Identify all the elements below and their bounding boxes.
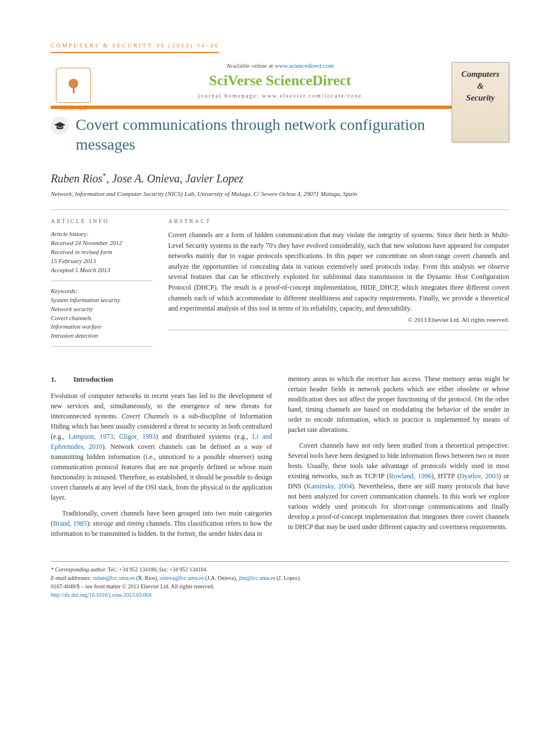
email-link[interactable]: jlm@lcc.uma.es	[239, 575, 275, 581]
abstract-text: Covert channels are a form of hidden com…	[168, 230, 509, 314]
abstract-heading: ABSTRACT	[168, 218, 509, 224]
sciencedirect-link[interactable]: www.sciencedirect.com	[274, 62, 334, 69]
graduation-cap-icon	[51, 117, 69, 135]
authors: Ruben Rios*, Jose A. Onieva, Javier Lope…	[51, 171, 509, 185]
elsevier-logo: ELSEVIER	[51, 68, 96, 119]
divider-orange	[51, 106, 509, 109]
paragraph: Covert channels have not only been studi…	[288, 440, 509, 532]
email-link[interactable]: onieva@lcc.uma.es	[160, 575, 204, 581]
journal-homepage: journal homepage: www.elsevier.com/locat…	[51, 93, 509, 99]
doi-link[interactable]: http://dx.doi.org/10.1016/j.cose.2013.03…	[51, 592, 151, 598]
cover-line-1: Computers	[461, 69, 500, 79]
journal-cover: Computers & Security	[452, 62, 509, 142]
affiliation: Network, Information and Computer Securi…	[51, 190, 509, 198]
copyright: © 2013 Elsevier Ltd. All rights reserved…	[168, 316, 509, 330]
keyword: Intrusion detection	[51, 331, 152, 340]
cover-line-3: Security	[466, 93, 495, 103]
header: ELSEVIER Computers & Security Available …	[51, 62, 509, 99]
citation-link[interactable]: Brand, 1985	[53, 519, 87, 527]
available-online: Available online at www.sciencedirect.co…	[51, 62, 509, 69]
article-history: Article history: Received 24 November 20…	[51, 230, 152, 281]
cover-line-2: &	[477, 81, 484, 91]
issn-line: 0167-4048/$ – see front matter © 2013 El…	[51, 583, 214, 589]
email-link[interactable]: ruben@lcc.uma.es	[93, 575, 135, 581]
journal-reference: COMPUTERS & SECURITY 39 (2013) 34–46	[51, 42, 219, 53]
homepage-url[interactable]: www.elsevier.com/locate/cose	[262, 93, 362, 99]
citation-link[interactable]: Lampson, 1973	[69, 433, 113, 440]
author-2: Jose A. Onieva	[112, 172, 180, 185]
citation-link[interactable]: Kaminsky, 2004	[307, 482, 352, 490]
corresponding-author: * Corresponding author. Tel.: +34 952 13…	[51, 566, 208, 573]
citation-link[interactable]: Rowland, 1996	[389, 472, 431, 480]
section-heading: 1.Introduction	[51, 374, 272, 385]
paragraph: Evolution of computer networks in recent…	[51, 391, 272, 503]
footnote: * Corresponding author. Tel.: +34 952 13…	[51, 561, 509, 599]
keyword: Covert channels	[51, 314, 152, 323]
author-3: Javier Lopez	[185, 172, 243, 185]
elsevier-tree-icon	[56, 68, 91, 103]
keywords: Keywords: System information security Ne…	[51, 287, 152, 347]
keyword: System information security	[51, 296, 152, 305]
sciverse-sciencedirect-logo: SciVerse ScienceDirect	[51, 72, 509, 89]
publisher-name: ELSEVIER	[60, 105, 86, 111]
citation-link[interactable]: Dyatlov, 2003	[460, 472, 498, 480]
keyword: Information warfare	[51, 322, 152, 331]
article-info-heading: ARTICLE INFO	[51, 218, 152, 224]
body-columns: 1.Introduction Evolution of computer net…	[51, 374, 509, 544]
keyword: Network security	[51, 305, 152, 314]
paragraph: Traditionally, covert channels have been…	[51, 508, 272, 539]
author-1: Ruben Rios	[51, 172, 103, 185]
paragraph: memory areas to which the receiver has a…	[288, 374, 509, 435]
article-title: Covert communications through network co…	[76, 115, 455, 154]
citation-link[interactable]: Gligor, 1993	[119, 433, 156, 440]
